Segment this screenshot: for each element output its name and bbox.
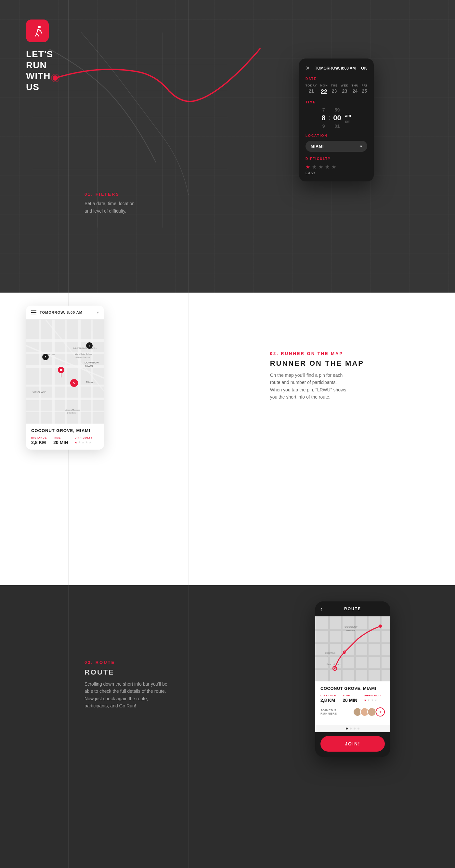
s3: ★ bbox=[82, 440, 85, 444]
date-picker-row: TODAY 21 MON 22 TUE 23 WED 23 THU 24 FRI… bbox=[305, 84, 367, 95]
dot-2[interactable] bbox=[350, 727, 352, 730]
stat-distance: DISTANCE 2,8 KM bbox=[31, 436, 47, 445]
add-runner-btn[interactable]: + bbox=[376, 707, 385, 716]
date-wed[interactable]: WED 23 bbox=[340, 84, 348, 95]
date-mon[interactable]: MON 22 bbox=[320, 84, 328, 95]
phone-map-mockup: TOMORROW, 8:00 AM ▾ bbox=[26, 306, 104, 450]
route-stat-time: TIME 20 MIN bbox=[343, 694, 357, 703]
phone-time: TOMORROW, 8:00 AM bbox=[40, 310, 83, 314]
filter-ok-btn[interactable]: OK bbox=[361, 66, 367, 70]
avatar-3 bbox=[367, 707, 376, 716]
star-4[interactable]: ★ bbox=[325, 164, 330, 170]
svg-text:Miami Dade College: Miami Dade College bbox=[75, 353, 93, 355]
difficulty-stars[interactable]: ★ ★ ★ ★ ★ bbox=[305, 164, 367, 170]
runners-label: JOINED 5 RUNNERS bbox=[320, 709, 350, 715]
route-map-area: COCONUT GROVE CocoWalk ○ Peacock Park bbox=[315, 616, 390, 681]
join-button[interactable]: JOIN! bbox=[320, 736, 385, 752]
date-thu[interactable]: THU 24 bbox=[352, 84, 359, 95]
route-stat-difficulty: DIFFICULTY ★ ★ ★ ★ bbox=[364, 694, 382, 703]
plus-icon: + bbox=[379, 709, 382, 715]
section-2-text-block: 02. RUNNER ON THE MAP RUNNER ON THE MAP … bbox=[270, 351, 364, 401]
star-2[interactable]: ★ bbox=[312, 164, 317, 170]
min-col[interactable]: 59 00 01 bbox=[333, 107, 341, 129]
ampm-col[interactable]: am pm bbox=[345, 113, 351, 123]
route-map-svg: COCONUT GROVE CocoWalk ○ Peacock Park bbox=[315, 616, 390, 681]
s4: ★ bbox=[85, 440, 88, 444]
filter-close-btn[interactable]: ✕ bbox=[305, 65, 310, 71]
star-3[interactable]: ★ bbox=[319, 164, 323, 170]
route-text-block: 03. ROUTE ROUTE Scrolling down the short… bbox=[85, 660, 169, 710]
svg-point-11 bbox=[53, 75, 58, 81]
route-dist-label: DISTANCE bbox=[320, 694, 336, 697]
chevron-icon[interactable]: ▾ bbox=[97, 310, 99, 315]
section-3-desc: Scrolling down the short info bar you'll… bbox=[85, 680, 169, 710]
svg-rect-22 bbox=[52, 319, 55, 424]
time-section-label: TIME bbox=[305, 100, 367, 104]
dot-1[interactable] bbox=[346, 727, 348, 730]
runners-row: JOINED 5 RUNNERS + bbox=[320, 707, 385, 716]
distance-label: DISTANCE bbox=[31, 436, 47, 439]
svg-text:Miam...: Miam... bbox=[86, 381, 95, 383]
phone-stats-row: DISTANCE 2,8 KM TIME 20 MIN DIFFICULTY ★… bbox=[31, 436, 99, 445]
svg-text:○: ○ bbox=[327, 655, 328, 657]
date-tue[interactable]: TUE 23 bbox=[331, 84, 338, 95]
route-diff-stars: ★ ★ ★ ★ bbox=[364, 698, 382, 702]
logo-area: LET'S RUN WITH US bbox=[26, 20, 53, 92]
svg-rect-50 bbox=[315, 669, 390, 670]
star-5[interactable]: ★ bbox=[331, 164, 336, 170]
section-1-number: 01. FILTERS bbox=[85, 192, 135, 197]
section-3: 03. ROUTE ROUTE Scrolling down the short… bbox=[0, 585, 455, 868]
hour-col[interactable]: 7 8 9 bbox=[322, 107, 326, 129]
svg-rect-21 bbox=[39, 319, 41, 424]
divider-2-2 bbox=[189, 292, 189, 585]
stat-time: TIME 20 MIN bbox=[53, 436, 68, 445]
section-2: TOMORROW, 8:00 AM ▾ bbox=[0, 292, 455, 585]
divider-line-1 bbox=[68, 0, 69, 292]
divider-3-1 bbox=[68, 585, 69, 868]
route-location: COCONUT GROVE, MIAMI bbox=[320, 686, 385, 691]
route-dist-value: 2,8 KM bbox=[320, 698, 336, 703]
route-phone-mockup: ‹ ROUTE COCONUT GROVE CocoWalk bbox=[315, 601, 390, 757]
route-back-btn[interactable]: ‹ bbox=[320, 606, 322, 613]
svg-text:CORAL WAY: CORAL WAY bbox=[32, 391, 46, 393]
phone-header: TOMORROW, 8:00 AM ▾ bbox=[26, 306, 104, 319]
time-colon: : bbox=[328, 114, 330, 122]
svg-text:5: 5 bbox=[73, 381, 75, 385]
app-logo bbox=[26, 20, 49, 42]
date-fri[interactable]: FRI 25 bbox=[362, 84, 367, 95]
dot-3[interactable] bbox=[354, 727, 356, 730]
svg-text:& Gardens: & Gardens bbox=[67, 412, 76, 414]
svg-text:7: 7 bbox=[88, 344, 90, 347]
date-today[interactable]: TODAY 21 bbox=[305, 84, 317, 95]
svg-text:CocoWalk: CocoWalk bbox=[325, 652, 335, 654]
svg-text:Peacock Park: Peacock Park bbox=[327, 663, 341, 665]
svg-text:3: 3 bbox=[44, 355, 46, 359]
location-section-label: LOCATION bbox=[305, 134, 367, 137]
route-time-value: 20 MIN bbox=[343, 698, 357, 703]
date-section-label: DATE bbox=[305, 77, 367, 81]
star-1[interactable]: ★ bbox=[305, 164, 310, 170]
svg-rect-54 bbox=[367, 616, 368, 681]
difficulty-text: EASY bbox=[305, 171, 367, 175]
svg-text:Vizcaya Museum: Vizcaya Museum bbox=[65, 409, 80, 411]
app-tagline: LET'S RUN WITH US bbox=[26, 49, 53, 92]
svg-text:COCONUT: COCONUT bbox=[345, 625, 358, 628]
location-dropdown[interactable]: MIAMI ▾ bbox=[305, 141, 367, 152]
route-diff-label: DIFFICULTY bbox=[364, 694, 382, 697]
pagination-dots bbox=[315, 725, 390, 732]
dot-4[interactable] bbox=[358, 727, 359, 730]
svg-rect-52 bbox=[341, 616, 343, 681]
dropdown-arrow: ▾ bbox=[360, 144, 362, 149]
svg-point-43 bbox=[60, 369, 62, 371]
s2: ★ bbox=[78, 440, 81, 444]
svg-point-13 bbox=[38, 26, 41, 28]
svg-text:American Airlines Are...: American Airlines Are... bbox=[73, 347, 97, 349]
location-value: MIAMI bbox=[311, 144, 324, 149]
route-title: ROUTE bbox=[344, 607, 361, 611]
svg-point-62 bbox=[334, 668, 335, 669]
filter-card-header: ✕ TOMORROW, 8:00 AM OK bbox=[305, 65, 367, 71]
route-info-panel: COCONUT GROVE, MIAMI DISTANCE 2,8 KM TIM… bbox=[315, 681, 390, 725]
time-picker: 7 8 9 : 59 00 01 am pm bbox=[305, 107, 367, 129]
divider-3-2 bbox=[189, 585, 189, 868]
hamburger-icon[interactable] bbox=[31, 310, 36, 314]
